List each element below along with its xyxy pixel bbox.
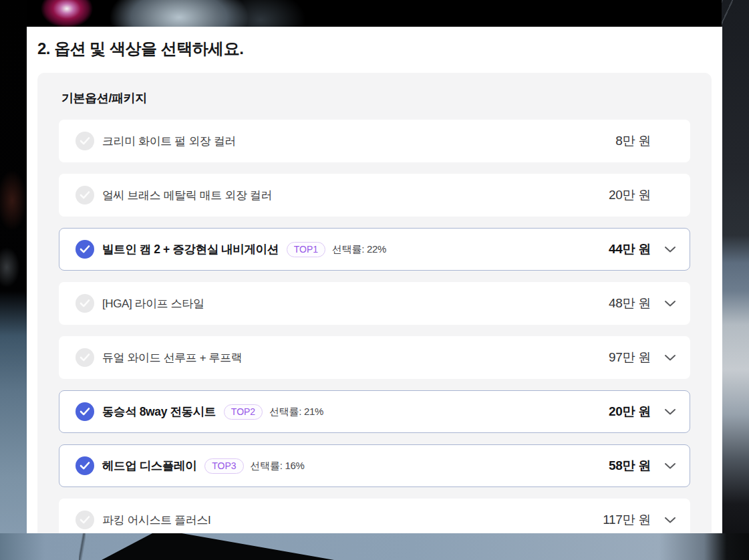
page-title: 2. 옵션 및 색상을 선택하세요. xyxy=(37,38,712,59)
option-price: 97만 원 xyxy=(609,349,651,366)
background-photo-right xyxy=(722,0,749,560)
chevron-down-icon[interactable] xyxy=(664,514,676,526)
option-label: 빌트인 캠 2 + 증강현실 내비게이션 xyxy=(102,241,279,257)
selection-rate-text: 선택률: 21% xyxy=(269,406,323,418)
chevron-down-icon[interactable] xyxy=(664,243,676,255)
selection-rate-text: 선택률: 22% xyxy=(332,243,386,256)
top-rank-badge: TOP1 xyxy=(287,242,325,257)
option-label: 크리미 화이트 펄 외장 컬러 xyxy=(102,134,236,149)
option-row[interactable]: 얼씨 브래스 메탈릭 매트 외장 컬러 20만 원 xyxy=(59,174,690,217)
option-label: 파킹 어시스트 플러스I xyxy=(102,513,210,528)
check-icon[interactable] xyxy=(76,132,94,150)
basic-options-panel: 기본옵션/패키지 크리미 화이트 펄 외장 컬러 8만 원 얼씨 브래스 메탈릭… xyxy=(37,73,712,533)
option-list: 크리미 화이트 펄 외장 컬러 8만 원 얼씨 브래스 메탈릭 매트 외장 컬러… xyxy=(59,120,690,533)
option-row[interactable]: 빌트인 캠 2 + 증강현실 내비게이션 TOP1 선택률: 22% 44만 원 xyxy=(59,228,690,271)
panel-title: 기본옵션/패키지 xyxy=(61,90,690,106)
chevron-down-icon[interactable] xyxy=(664,352,676,364)
check-icon[interactable] xyxy=(76,186,94,204)
option-price: 20만 원 xyxy=(609,403,651,420)
background-shadow-wedge xyxy=(80,533,347,560)
option-price: 48만 원 xyxy=(609,295,651,312)
check-icon[interactable] xyxy=(76,402,94,421)
option-price: 8만 원 xyxy=(615,132,651,150)
option-label: 듀얼 와이드 선루프 + 루프랙 xyxy=(102,350,242,366)
check-icon[interactable] xyxy=(76,294,94,313)
option-row[interactable]: 크리미 화이트 펄 외장 컬러 8만 원 xyxy=(59,120,690,162)
option-row[interactable]: 듀얼 와이드 선루프 + 루프랙 97만 원 xyxy=(59,336,690,379)
option-price: 44만 원 xyxy=(609,241,651,258)
option-row[interactable]: [HGA] 라이프 스타일 48만 원 xyxy=(59,282,690,325)
background-photo-bottom xyxy=(0,533,749,560)
background-photo-left xyxy=(0,0,27,560)
check-icon[interactable] xyxy=(76,348,94,367)
option-price: 117만 원 xyxy=(603,511,651,529)
check-icon[interactable] xyxy=(76,456,94,475)
option-price: 58만 원 xyxy=(609,457,651,474)
background-shadow-streak xyxy=(79,533,86,560)
option-label: 동승석 8way 전동시트 xyxy=(102,404,216,420)
option-price: 20만 원 xyxy=(609,186,651,204)
chevron-down-icon[interactable] xyxy=(664,460,676,472)
option-label: 헤드업 디스플레이 xyxy=(102,458,196,474)
option-select-card: 2. 옵션 및 색상을 선택하세요. 기본옵션/패키지 크리미 화이트 펄 외장… xyxy=(27,27,722,533)
option-row[interactable]: 동승석 8way 전동시트 TOP2 선택률: 21% 20만 원 xyxy=(59,390,690,433)
option-row[interactable]: 헤드업 디스플레이 TOP3 선택률: 16% 58만 원 xyxy=(59,444,690,487)
chevron-down-icon[interactable] xyxy=(664,406,676,418)
top-rank-badge: TOP2 xyxy=(224,404,263,420)
chevron-down-icon[interactable] xyxy=(664,297,676,309)
check-icon[interactable] xyxy=(76,240,94,259)
selection-rate-text: 선택률: 16% xyxy=(251,460,305,472)
check-icon[interactable] xyxy=(76,511,94,529)
option-label: [HGA] 라이프 스타일 xyxy=(102,296,204,311)
top-rank-badge: TOP3 xyxy=(204,458,243,474)
option-label: 얼씨 브래스 메탈릭 매트 외장 컬러 xyxy=(102,188,272,203)
option-row[interactable]: 파킹 어시스트 플러스I 117만 원 xyxy=(59,499,690,533)
